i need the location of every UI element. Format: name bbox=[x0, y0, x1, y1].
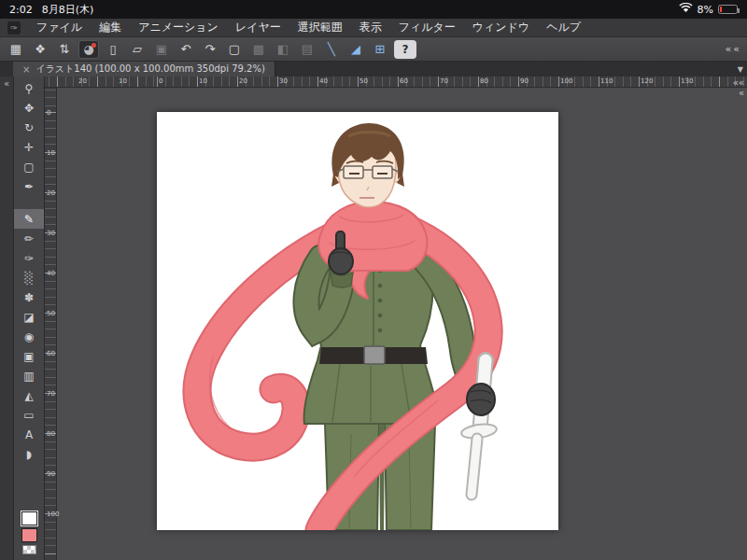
illustration-character bbox=[157, 112, 558, 530]
ruler-number: 50 bbox=[359, 77, 368, 85]
eraser-tool[interactable]: ◪ bbox=[14, 307, 44, 327]
menu-item-7[interactable]: ウィンドウ bbox=[464, 20, 538, 35]
ruler-number: 100 bbox=[47, 511, 59, 518]
menu-item-1[interactable]: 編集 bbox=[91, 20, 130, 35]
fill-tool[interactable]: ▣ bbox=[14, 346, 44, 366]
ruler-number: 60 bbox=[400, 77, 408, 85]
menu-item-6[interactable]: フィルター bbox=[390, 20, 464, 35]
frame-border-tool[interactable]: ▭ bbox=[14, 405, 44, 425]
menu-item-8[interactable]: ヘルプ bbox=[538, 20, 589, 35]
sword-hand-glove bbox=[467, 384, 495, 415]
airbrush-tool[interactable]: ░ bbox=[14, 268, 44, 287]
selection-area-tool[interactable]: ▢ bbox=[14, 157, 44, 176]
grid-view-icon[interactable]: ▤ bbox=[297, 40, 317, 59]
ruler-number: 30 bbox=[279, 77, 288, 85]
ios-status-bar: 2:02 8月8日(木) 8% bbox=[0, 0, 747, 19]
snap-to-ruler-icon[interactable]: ╲ bbox=[321, 40, 342, 59]
gradient-tool[interactable]: ▥ bbox=[14, 366, 44, 385]
document-tab-bar: × イラスト140 (100.00 x 100.00mm 350dpi 79.2… bbox=[0, 62, 747, 77]
ruler-number: 50 bbox=[47, 310, 55, 317]
collapse-left-palette-icon[interactable]: « bbox=[4, 78, 9, 89]
main-color-swatch[interactable] bbox=[21, 511, 37, 525]
left-palette-edge[interactable]: « bbox=[0, 77, 14, 560]
color-swatches bbox=[14, 511, 44, 554]
menu-item-0[interactable]: ファイル bbox=[28, 20, 91, 35]
pencil-tool[interactable]: ✏ bbox=[14, 229, 44, 248]
clip-studio-logo-icon[interactable]: ◕ bbox=[78, 40, 99, 59]
pen-tool[interactable]: ✎ bbox=[14, 209, 44, 229]
tab-list-dropdown-icon[interactable]: ▼ bbox=[738, 65, 743, 74]
command-bar-icons: ▦❖⇅◕▯▱▣↶↷▢▩◧▤╲◢⊞? bbox=[6, 40, 416, 59]
ruler-number: 20 bbox=[239, 77, 247, 85]
balloon-tool[interactable]: ◗ bbox=[14, 444, 44, 464]
ruler-number: 40 bbox=[47, 270, 55, 277]
collapse-right-palette-icon[interactable]: «« « bbox=[733, 77, 744, 98]
horizontal-ruler: 20100102030405060708090100110120130 bbox=[45, 77, 747, 88]
ruler-number: 0 bbox=[159, 77, 162, 85]
ruler-number: 10 bbox=[119, 77, 127, 85]
belt-buckle bbox=[364, 346, 385, 364]
tool-palette: ⚲✥↻✛▢✒✎✏✑░✽◪◉▣▥◭▭A◗ bbox=[14, 77, 45, 560]
hand-tool[interactable]: ✥ bbox=[14, 98, 44, 118]
workspace: « ⚲✥↻✛▢✒✎✏✑░✽◪◉▣▥◭▭A◗ 201001020304050607… bbox=[0, 77, 747, 560]
ruler-number: 30 bbox=[47, 230, 55, 237]
ruler-number: 110 bbox=[600, 77, 613, 85]
ruler-number: 90 bbox=[520, 77, 529, 85]
ruler-number: 80 bbox=[47, 430, 55, 438]
battery-percent: 8% bbox=[698, 4, 713, 16]
blend-tool[interactable]: ◉ bbox=[14, 327, 44, 346]
save-icon[interactable]: ▣ bbox=[151, 40, 172, 59]
ruler-number: 0 bbox=[47, 109, 50, 117]
sub-color-swatch[interactable] bbox=[21, 528, 37, 542]
ruler-number: 20 bbox=[78, 77, 87, 85]
decoration-tool[interactable]: ✽ bbox=[14, 287, 44, 307]
fill-area-icon[interactable]: ◧ bbox=[273, 40, 293, 59]
battery-icon bbox=[718, 5, 738, 14]
workspace-grid-icon[interactable]: ▦ bbox=[6, 40, 26, 59]
text-tool[interactable]: A bbox=[14, 425, 44, 444]
new-canvas-icon[interactable]: ▯ bbox=[103, 40, 123, 59]
clip-studio-paint-app: 2:02 8月8日(木) 8% ✑ ファイル編集アニメーションレイヤー選択範囲表… bbox=[0, 0, 747, 560]
ruler-number: 100 bbox=[560, 77, 572, 85]
date: 8月8日(木) bbox=[42, 3, 94, 17]
menu-item-4[interactable]: 選択範囲 bbox=[289, 20, 351, 35]
canvas-viewport[interactable]: 20100102030405060708090100110120130 0102… bbox=[45, 77, 747, 560]
panel-layout-icon[interactable]: ❖ bbox=[30, 40, 50, 59]
collapse-palettes-icon[interactable]: «« bbox=[726, 43, 741, 55]
vertical-ruler: 0102030405060708090100 bbox=[45, 88, 57, 560]
figure-tool[interactable]: ◭ bbox=[14, 385, 44, 405]
open-file-icon[interactable]: ▱ bbox=[127, 40, 148, 59]
menu-item-3[interactable]: レイヤー bbox=[227, 20, 289, 35]
snap-to-grid-icon[interactable]: ⊞ bbox=[370, 40, 390, 59]
snap-to-special-ruler-icon[interactable]: ◢ bbox=[345, 40, 366, 59]
move-layer-tool[interactable]: ✛ bbox=[14, 137, 44, 157]
command-bar: ▦❖⇅◕▯▱▣↶↷▢▩◧▤╲◢⊞? «« bbox=[0, 37, 747, 62]
clip-studio-menu-logo-icon[interactable]: ✑ bbox=[7, 21, 21, 35]
scale-rotate-icon[interactable]: ▩ bbox=[248, 40, 269, 59]
document-tab[interactable]: × イラスト140 (100.00 x 100.00mm 350dpi 79.2… bbox=[13, 62, 275, 77]
ruler-number: 80 bbox=[480, 77, 488, 85]
head bbox=[331, 123, 404, 207]
help-icon[interactable]: ? bbox=[394, 40, 416, 59]
canvas-page[interactable] bbox=[157, 112, 558, 530]
menu-item-2[interactable]: アニメーション bbox=[130, 20, 227, 35]
undo-icon[interactable]: ↶ bbox=[176, 40, 196, 59]
ruler-number: 20 bbox=[47, 189, 55, 197]
redo-icon[interactable]: ↷ bbox=[200, 40, 220, 59]
selection-launcher-icon[interactable]: ▢ bbox=[224, 40, 245, 59]
rotate-canvas-tool[interactable]: ↻ bbox=[14, 118, 44, 137]
ruler-number: 70 bbox=[440, 77, 448, 85]
close-tab-icon[interactable]: × bbox=[22, 64, 30, 75]
ruler-number: 10 bbox=[199, 77, 207, 85]
document-title: イラスト140 (100.00 x 100.00mm 350dpi 79.2%) bbox=[35, 63, 264, 76]
eyedropper-tool[interactable]: ✒ bbox=[14, 176, 44, 196]
clock: 2:02 bbox=[9, 4, 33, 16]
ruler-number: 40 bbox=[319, 77, 328, 85]
wifi-icon bbox=[679, 3, 693, 16]
transparent-color-chip[interactable] bbox=[22, 545, 36, 554]
zoom-tool[interactable]: ⚲ bbox=[14, 78, 44, 98]
ruler-number: 70 bbox=[47, 390, 55, 398]
menu-item-5[interactable]: 表示 bbox=[351, 20, 390, 35]
brush-tool[interactable]: ✑ bbox=[14, 248, 44, 268]
value-stepper-icon[interactable]: ⇅ bbox=[54, 40, 75, 59]
